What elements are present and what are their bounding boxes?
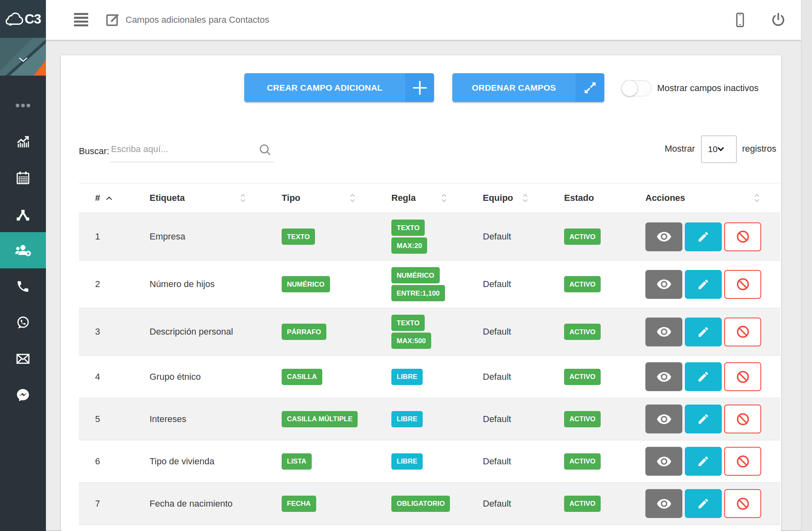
column-header-regla[interactable]: Regla [376,183,467,213]
edit-button[interactable] [685,489,722,518]
badge-libre: LIBRE [391,453,423,470]
eye-icon [656,454,672,469]
compose-icon[interactable] [105,12,121,29]
column-header-etiqueta[interactable]: Etiqueta [134,183,266,213]
search-input[interactable] [110,137,253,162]
create-field-button[interactable]: CREAR CAMPO ADICIONAL [244,73,434,102]
badge-activo: ACTIVO [564,369,601,385]
view-button[interactable] [645,318,682,346]
cell-estado: ACTIVO [549,496,630,512]
sidebar-item-more[interactable] [0,87,46,124]
inactive-fields-toggle[interactable] [621,80,651,96]
column-label: Etiqueta [150,193,185,203]
badge-numerico: NUMÉRICO [391,267,440,283]
ellipsis-icon [15,103,30,108]
badge-casilla-multiple: CASILLA MÚLTIPLE [282,411,358,427]
column-label: Equipo [483,193,513,203]
pagesize-select[interactable]: 10 [701,135,737,163]
mail-icon [15,351,30,366]
app-logo[interactable]: C3 [0,0,46,38]
messenger-icon [15,387,30,403]
disable-button[interactable] [724,362,761,391]
badge-lista: LISTA [282,453,312,470]
view-button[interactable] [645,222,682,251]
edit-button[interactable] [685,270,722,299]
disable-button[interactable] [724,405,761,433]
edit-button[interactable] [685,362,722,391]
sort-control [522,193,528,203]
badge-activo: ACTIVO [564,453,601,470]
eye-icon [656,229,672,244]
expand-icon [575,73,604,102]
column-header-equipo[interactable]: Equipo [467,183,549,213]
view-button[interactable] [645,270,682,299]
cloud-logo-icon [5,11,23,27]
sidebar-item-stats[interactable] [0,124,46,160]
column-header-num[interactable]: # [79,183,134,213]
cell-equipo: Default [467,456,549,467]
sidebar-item-contacts[interactable] [0,232,46,268]
ban-icon [736,229,750,244]
hamburger-icon[interactable] [74,13,88,28]
badge-entre-1-100: ENTRE:1,100 [391,285,445,301]
badge-activo: ACTIVO [564,411,601,427]
ban-icon [736,454,750,469]
edit-button[interactable] [685,222,722,251]
cell-equipo: Default [467,279,549,289]
view-button[interactable] [645,447,682,476]
edit-button[interactable] [685,447,722,476]
cell-estado: ACTIVO [549,324,630,340]
disable-button[interactable] [724,222,761,251]
cell-acciones [630,405,780,433]
cell-number: 3 [79,326,134,337]
cell-etiqueta: Fecha de nacimiento [134,498,266,509]
regla-badges: LIBRE [391,453,423,470]
disable-button[interactable] [724,270,761,299]
disable-button[interactable] [724,489,761,518]
power-icon[interactable] [770,12,786,30]
chevron-down-icon[interactable] [18,57,28,64]
view-button[interactable] [645,362,682,391]
edit-button[interactable] [685,318,722,346]
column-header-tipo[interactable]: Tipo [266,183,376,213]
cell-number: 5 [79,414,134,424]
sidebar-item-phone[interactable] [0,268,46,305]
order-fields-button[interactable]: ORDENAR CAMPOS [452,73,604,102]
sidebar: C3 [0,0,46,531]
disable-button[interactable] [724,318,761,346]
view-button[interactable] [645,489,682,518]
scrollbar-track[interactable] [801,0,812,531]
ban-icon [736,496,750,511]
cell-equipo: Default [467,231,549,242]
search-icon[interactable] [258,143,272,158]
cell-regla: NUMÉRICOENTRE:1,100 [376,267,467,301]
cell-regla: LIBRE [376,369,467,385]
table-row: 2Número de hijosNUMÉRICONUMÉRICOENTRE:1,… [79,261,780,308]
cell-number: 1 [79,231,134,242]
view-button[interactable] [645,405,682,433]
toggle-label: Mostrar campos inactivos [657,83,758,94]
edit-button[interactable] [685,405,722,433]
row-actions [645,362,761,391]
column-header-acciones[interactable]: Acciones [630,183,780,213]
cell-equipo: Default [467,498,549,509]
contacts-gear-icon [15,243,32,258]
badge-parrafo: PÁRRAFO [282,324,326,340]
disable-button[interactable] [724,447,761,476]
sidebar-item-mail[interactable] [0,341,46,377]
badge-activo: ACTIVO [564,276,601,292]
sidebar-banner [0,38,46,76]
sort-control [441,193,447,203]
badge-texto: TEXTO [391,315,425,331]
table-row: 7Fecha de nacimientoFECHAOBLIGATORIODefa… [79,483,780,525]
sidebar-item-flows[interactable] [0,196,46,232]
sidebar-item-whatsapp[interactable] [0,305,46,341]
sidebar-item-messenger[interactable] [0,377,46,413]
sidebar-item-calendar[interactable] [0,160,46,196]
pagesize-value: 10 [702,144,717,154]
mobile-icon[interactable] [732,12,748,30]
sort-both-icon [441,193,447,203]
cell-regla: LIBRE [376,411,467,427]
ban-icon [736,370,750,384]
cell-tipo: CASILLA MÚLTIPLE [266,411,376,427]
